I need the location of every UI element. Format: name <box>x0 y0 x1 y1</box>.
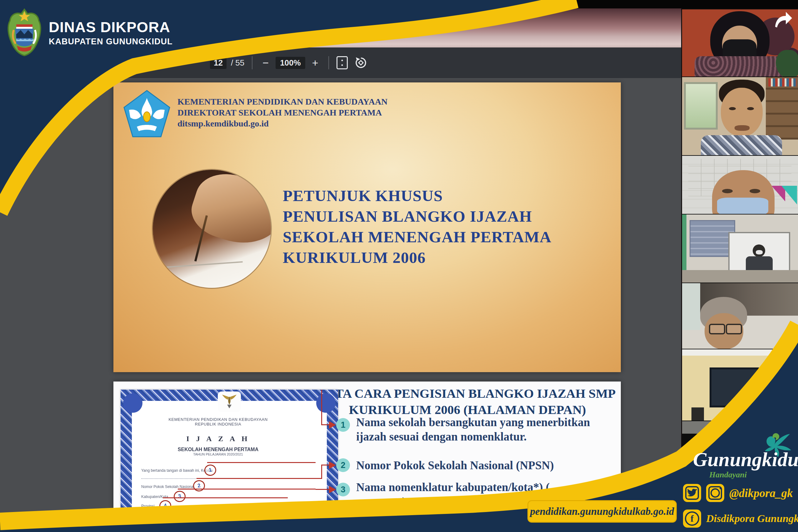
item-1-text: Nama sekolah bersangkutan yang menerbitk… <box>356 415 590 444</box>
agency-names: DINAS DIKPORA KABUPATEN GUNUNGKIDUL <box>49 8 173 46</box>
books <box>768 78 796 87</box>
zoom-level-value[interactable]: 100% <box>276 57 305 69</box>
share-arrow-icon[interactable] <box>773 10 793 29</box>
item-3-line2: mencoret) <box>356 495 550 509</box>
glasses <box>709 324 725 335</box>
facebook-name: Disdikpora Gunungkidul <box>706 513 798 525</box>
bracket <box>691 407 704 421</box>
instagram-button[interactable] <box>706 484 724 502</box>
slide1-header-line3: ditsmp.kemdikbud.go.id <box>178 118 387 129</box>
doc-marker-1: 1 <box>204 464 217 477</box>
doc-field2-label: Nomor Pokok Sekolah Nasional <box>141 484 194 489</box>
footer-wordmark-block: Gunungkidul Handayani <box>693 450 792 479</box>
facebook-icon: f <box>685 511 699 526</box>
share-top-bar <box>0 0 681 8</box>
item-3-text: Nama nomenklatur kabupaten/kota*) ( menc… <box>356 480 550 509</box>
agency-region: KABUPATEN GUNUNGKIDUL <box>49 37 173 46</box>
batik-shirt <box>694 56 788 77</box>
doc-subtitle: SEKOLAH MENENGAH PERTAMA <box>132 447 304 452</box>
item-1-line1: Nama sekolah bersangkutan yang menerbitk… <box>356 415 590 430</box>
eye <box>729 107 736 110</box>
eye <box>722 189 733 193</box>
connector-2-arrow <box>329 461 336 469</box>
marker-line-4 <box>163 497 288 498</box>
paper-line <box>160 261 242 268</box>
item-2-line1: Nomor Pokok Sekolah Nasional (NPSN) <box>356 458 554 473</box>
social-row-1: @dikpora_gk <box>683 484 793 502</box>
marker-line-1 <box>207 462 315 463</box>
connector-2-stub <box>315 478 322 479</box>
doc-field4-label: Provinsi <box>141 504 155 508</box>
desk <box>682 270 798 283</box>
slide-1-cover: KEMENTERIAN PENDIDIKAN DAN KEBUDAYAAN DI… <box>113 82 621 372</box>
connector-2-vertical <box>321 464 322 479</box>
hand-shape <box>185 170 271 254</box>
item-3-line1: Nama nomenklatur kabupaten/kota*) ( <box>356 480 550 495</box>
toolbar-divider <box>252 56 252 69</box>
window <box>684 82 718 130</box>
connector-1-arrow <box>329 421 336 429</box>
slide1-title-line3: SEKOLAH MENENGAH PERTAMA <box>283 227 551 247</box>
item-2-number: 2 <box>336 458 350 472</box>
connector-2-horizontal <box>321 464 329 466</box>
facebook-button[interactable]: f <box>683 510 701 528</box>
footer-tagline: Handayani <box>709 470 792 479</box>
participant-video-3[interactable] <box>682 155 798 214</box>
slide2-title: TATA CARA PENGISIAN BLANGKO IJAZAH SMP K… <box>316 385 619 418</box>
participant-video-2[interactable] <box>682 76 798 156</box>
doc-corner-ornament <box>316 393 335 413</box>
connector-1-vertical <box>321 390 322 425</box>
surgical-mask <box>717 197 768 214</box>
toolbar-divider <box>328 56 329 69</box>
glasses <box>726 324 742 335</box>
mouth <box>734 125 749 131</box>
zoom-out-button[interactable]: − <box>260 57 271 68</box>
slide1-title-line2: PENULISAN BLANGKO IJAZAH <box>283 206 551 227</box>
monitor <box>710 367 759 407</box>
website-banner[interactable]: pendidikan.gunungkidulkab.go.id <box>527 500 677 522</box>
agency-header: DINAS DIKPORA KABUPATEN GUNUNGKIDUL <box>7 8 173 57</box>
connector-1-horizontal <box>321 424 329 425</box>
doc-marker-3: 3 <box>173 490 186 503</box>
ijazah-document-preview: KEMENTERIAN PENDIDIKAN DAN KEBUDAYAAN RE… <box>121 390 338 532</box>
page-count-label: / 55 <box>231 58 244 68</box>
twitter-icon-frame <box>685 486 699 500</box>
wall-top <box>682 349 798 356</box>
instagram-handle: @dikpora_gk <box>729 487 793 500</box>
plant <box>776 50 798 77</box>
slide1-title-line4: KURIKULUM 2006 <box>283 247 551 268</box>
slide1-header-line2: DIREKTORAT SEKOLAH MENENGAH PERTAMA <box>178 107 387 118</box>
rotate-icon[interactable] <box>354 56 368 70</box>
doc-field1-label: Yang bertanda tangan di bawah ini, Kepal… <box>141 468 213 473</box>
slide2-title-line1: TATA CARA PENGISIAN BLANGKO IJAZAH SMP <box>316 385 619 401</box>
doc-title: I J A Z A H <box>132 435 304 443</box>
slide1-header-line1: KEMENTERIAN PENDIDIKAN DAN KEBUDAYAAN <box>178 96 387 107</box>
gunungkidul-crest <box>7 8 42 57</box>
slide1-header: KEMENTERIAN PENDIDIKAN DAN KEBUDAYAAN DI… <box>178 96 387 129</box>
connector-3-horizontal <box>315 489 329 490</box>
twitter-button[interactable] <box>683 484 701 502</box>
participant-video-5[interactable] <box>682 283 798 349</box>
person-mask <box>756 250 763 254</box>
page-number-input[interactable]: 12 <box>210 57 226 69</box>
eye <box>749 189 760 193</box>
fit-page-icon[interactable] <box>337 56 348 69</box>
agency-name: DINAS DIKPORA <box>49 19 173 35</box>
zoom-in-button[interactable]: + <box>310 57 321 68</box>
person-head <box>753 376 790 421</box>
item-3-number: 3 <box>336 483 350 496</box>
doc-field4-right-label: menerangkan bahwa <box>259 504 294 508</box>
website-url: pendidikan.gunungkidulkab.go.id <box>530 506 674 517</box>
eye <box>747 107 754 110</box>
participant-video-6[interactable] <box>682 349 798 421</box>
tutwuri-handayani-logo <box>123 90 171 140</box>
bookshelf <box>766 77 798 139</box>
batik-shirt <box>701 135 782 156</box>
marker-line-3 <box>178 489 315 490</box>
flag <box>781 186 797 205</box>
marker-line-2 <box>197 478 315 479</box>
window-light <box>682 283 700 330</box>
item-1-number: 1 <box>336 418 350 432</box>
pdf-viewer: 12 / 55 − 100% + <box>0 0 681 532</box>
participant-video-4[interactable] <box>682 214 798 283</box>
